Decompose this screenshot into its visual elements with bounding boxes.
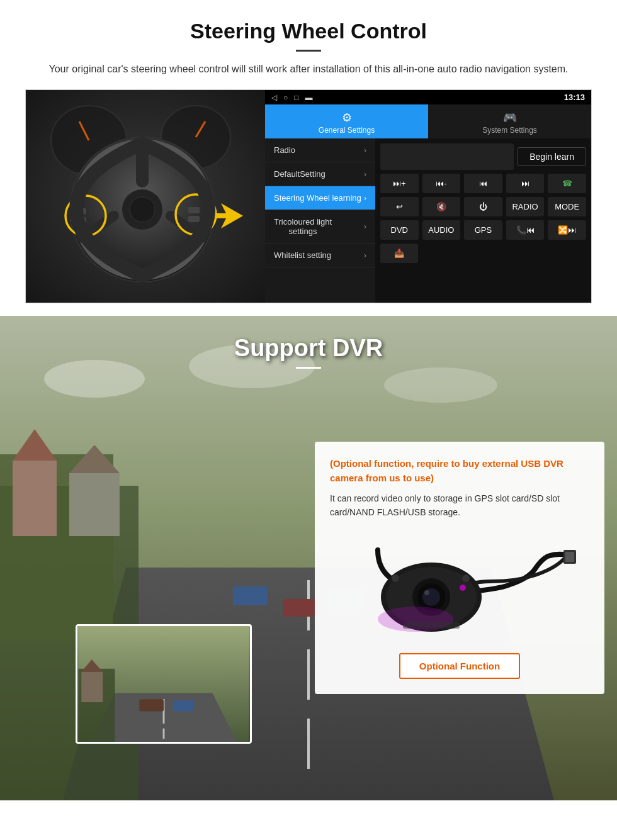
svg-rect-42: [139, 699, 164, 711]
next-button[interactable]: ⏭: [506, 174, 545, 193]
chevron-icon: ›: [364, 222, 366, 231]
learn-input-area: [380, 143, 514, 170]
learn-row: Begin learn: [380, 143, 586, 170]
menu-item-steering-wheel[interactable]: Steering Wheel learning ›: [265, 186, 375, 210]
back-icon: ◁: [271, 93, 277, 102]
dvr-info-card: (Optional function, require to buy exter…: [315, 442, 604, 694]
recent-icon: □: [294, 93, 298, 102]
dvd-button[interactable]: DVD: [380, 220, 419, 240]
mode-button[interactable]: MODE: [548, 197, 586, 216]
dvr-camera-image: [330, 530, 589, 643]
svg-point-37: [384, 367, 497, 403]
chevron-icon: ›: [364, 251, 366, 260]
back-button[interactable]: ↩: [380, 197, 419, 216]
phone-button[interactable]: ☎: [548, 174, 586, 193]
svg-rect-18: [188, 207, 200, 213]
control-row-2: ↩ 🔇 ⏻ RADIO MODE: [380, 197, 586, 216]
vol-up-button[interactable]: ⏭+: [380, 174, 419, 193]
svg-point-54: [424, 590, 429, 595]
begin-learn-button[interactable]: Begin learn: [518, 147, 586, 166]
section-subtitle: Your original car's steering wheel contr…: [38, 62, 579, 77]
dvr-description: It can record video only to storage in G…: [330, 491, 589, 520]
svg-rect-32: [233, 586, 268, 605]
title-divider: [296, 50, 321, 52]
settings-icon: ⚙: [268, 111, 425, 125]
svg-point-57: [392, 574, 399, 582]
menu-default-label: DefaultSetting: [274, 169, 325, 179]
phone-prev-button[interactable]: 📞⏮: [506, 220, 545, 240]
dvr-title-block: Support DVR: [0, 316, 617, 369]
gps-button[interactable]: GPS: [464, 220, 502, 240]
svg-rect-30: [69, 473, 120, 536]
svg-rect-33: [283, 599, 315, 617]
dvr-divider: [296, 367, 321, 369]
dvr-thumbnail: [76, 624, 252, 744]
dvr-optional-notice: (Optional function, require to buy exter…: [330, 457, 589, 485]
control-panel: Begin learn ⏭+ ⏮- ⏮ ⏭ ☎ ↩ 🔇 ⏻: [375, 138, 591, 303]
tab-general-label: General Settings: [268, 126, 425, 135]
audio-button[interactable]: AUDIO: [422, 220, 461, 240]
vol-down-button[interactable]: ⏮-: [422, 174, 461, 193]
record-button[interactable]: 📥: [380, 244, 418, 263]
system-icon: 🎮: [431, 111, 588, 125]
prev-button[interactable]: ⏮: [464, 174, 502, 193]
control-row-1: ⏭+ ⏮- ⏮ ⏭ ☎: [380, 174, 586, 193]
status-bar: ◁ ○ □ ▬ 13:13: [265, 90, 591, 104]
steering-section: Steering Wheel Control Your original car…: [0, 0, 617, 316]
menu-item-tricolour[interactable]: Tricoloured lightsettings ›: [265, 210, 375, 244]
page-title: Steering Wheel Control: [25, 19, 592, 43]
steering-wheel-photo: + -: [26, 90, 265, 303]
status-left: ◁ ○ □ ▬: [271, 93, 313, 102]
svg-point-58: [462, 574, 470, 582]
menu-panel: Radio › DefaultSetting › Steering Wheel …: [265, 138, 375, 303]
home-icon: ○: [283, 93, 288, 102]
menu-icon: ▬: [305, 93, 313, 102]
android-tabs: ⚙ General Settings 🎮 System Settings: [265, 104, 591, 138]
svg-rect-19: [188, 216, 200, 222]
svg-point-11: [130, 197, 155, 222]
svg-rect-28: [13, 461, 57, 536]
svg-rect-48: [565, 552, 574, 562]
android-body: Radio › DefaultSetting › Steering Wheel …: [265, 138, 591, 303]
svg-rect-45: [81, 672, 103, 702]
mute-button[interactable]: 🔇: [422, 197, 461, 216]
menu-item-radio[interactable]: Radio ›: [265, 138, 375, 162]
svg-point-55: [460, 585, 466, 591]
svg-rect-43: [173, 700, 195, 711]
chevron-icon: ›: [364, 146, 366, 155]
power-button[interactable]: ⏻: [464, 197, 502, 216]
dvr-section-title: Support DVR: [0, 335, 617, 362]
optional-function-button[interactable]: Optional Function: [399, 653, 520, 679]
control-row-3: DVD AUDIO GPS 📞⏮ 🔀⏭: [380, 220, 586, 240]
tab-system-settings[interactable]: 🎮 System Settings: [428, 104, 591, 138]
menu-steering-label: Steering Wheel learning: [274, 193, 361, 203]
dvr-background: Support DVR: [0, 316, 617, 800]
svg-rect-59: [403, 622, 460, 629]
control-row-4: 📥: [380, 244, 586, 263]
menu-tricolour-label: Tricoloured lightsettings: [274, 217, 332, 236]
shuffle-next-button[interactable]: 🔀⏭: [548, 220, 586, 240]
dvr-section: Support DVR: [0, 316, 617, 800]
tab-system-label: System Settings: [431, 126, 588, 135]
status-time: 13:13: [564, 92, 585, 102]
chevron-icon: ›: [364, 194, 366, 203]
menu-item-default[interactable]: DefaultSetting ›: [265, 162, 375, 186]
menu-radio-label: Radio: [274, 145, 295, 155]
tab-general-settings[interactable]: ⚙ General Settings: [265, 104, 428, 138]
chevron-icon: ›: [364, 170, 366, 179]
radio-button[interactable]: RADIO: [506, 197, 545, 216]
android-ui-panel: ◁ ○ □ ▬ 13:13 ⚙ General Settings 🎮 Syste…: [265, 90, 591, 303]
menu-whitelist-label: Whitelist setting: [274, 250, 331, 260]
menu-item-whitelist[interactable]: Whitelist setting ›: [265, 244, 375, 267]
steering-ui-panel: + -: [25, 89, 592, 303]
